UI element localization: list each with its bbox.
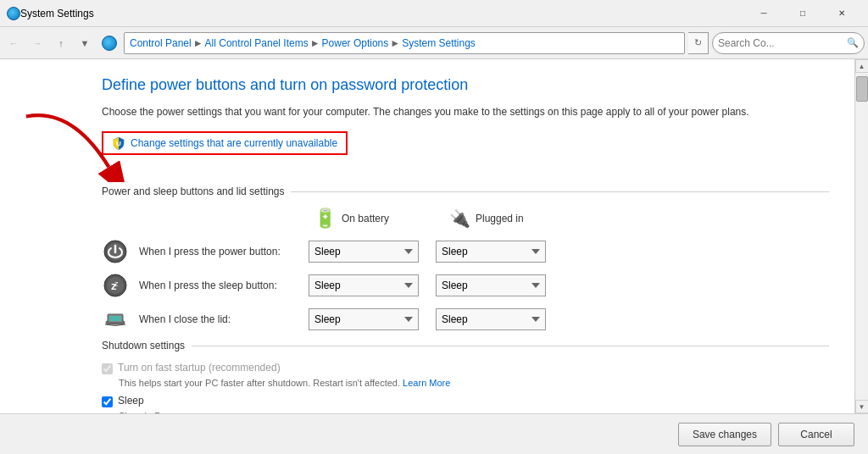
sleep-label: Sleep xyxy=(118,395,144,407)
shutdown-header: Shutdown settings xyxy=(102,340,829,352)
power-button-label: When I press the power button: xyxy=(139,246,309,257)
save-changes-button[interactable]: Save changes xyxy=(678,423,771,446)
power-table-header: 🔋 On battery 🔌 Plugged in xyxy=(102,208,829,230)
close-lid-row: When I close the lid: Sleep Do nothing H… xyxy=(102,306,829,333)
lid-icon xyxy=(102,306,129,333)
window-controls: ─ □ ✕ xyxy=(744,0,861,27)
change-settings-area: U Change settings that are currently una… xyxy=(102,131,829,170)
fast-startup-checkbox[interactable] xyxy=(102,363,113,374)
fast-startup-subtext: This helps start your PC faster after sh… xyxy=(119,378,829,388)
search-icon: 🔍 xyxy=(847,37,859,48)
content-area: Define power buttons and turn on passwor… xyxy=(0,59,854,413)
title-bar: System Settings ─ □ ✕ xyxy=(0,0,868,27)
close-lid-label: When I close the lid: xyxy=(139,313,309,325)
plugged-in-column-header: 🔌 Plugged in xyxy=(449,208,568,229)
close-button[interactable]: ✕ xyxy=(822,0,861,27)
svg-rect-10 xyxy=(109,316,121,321)
battery-icon: 🔋 xyxy=(314,208,337,230)
address-bar: ← → ↑ ▼ Control Panel ► All Control Pane… xyxy=(0,27,868,59)
path-all-items[interactable]: All Control Panel Items xyxy=(205,37,309,49)
close-lid-plugged-select[interactable]: Sleep Do nothing Hibernate Shut down Tur… xyxy=(436,308,546,330)
page-title: Define power buttons and turn on passwor… xyxy=(102,76,829,94)
on-battery-column-header: 🔋 On battery xyxy=(314,208,432,230)
sleep-button-battery-select[interactable]: Sleep Do nothing Hibernate Shut down Tur… xyxy=(309,274,419,296)
sleep-subtext: Show in Power menu. xyxy=(119,411,829,413)
plugged-in-label: Plugged in xyxy=(476,213,524,224)
app-icon xyxy=(7,7,20,20)
path-system-settings[interactable]: System Settings xyxy=(402,37,476,49)
forward-button[interactable]: → xyxy=(27,33,47,53)
window-title: System Settings xyxy=(20,8,744,19)
main-content: Define power buttons and turn on passwor… xyxy=(0,59,868,413)
fast-startup-row: Turn on fast startup (recommended) xyxy=(102,362,829,374)
sleep-button-label: When I press the sleep button: xyxy=(139,280,309,291)
plug-icon: 🔌 xyxy=(449,208,470,229)
shutdown-section: Shutdown settings Turn on fast startup (… xyxy=(102,340,829,413)
power-icon xyxy=(102,238,129,265)
location-icon xyxy=(102,36,117,51)
refresh-button[interactable]: ↻ xyxy=(688,32,709,54)
back-button[interactable]: ← xyxy=(3,33,24,53)
page-description: Choose the power settings that you want … xyxy=(102,104,829,119)
power-sleep-header: Power and sleep buttons and lid settings xyxy=(102,185,829,197)
scroll-up-arrow[interactable]: ▲ xyxy=(855,59,869,73)
power-button-row: When I press the power button: Sleep Do … xyxy=(102,238,829,265)
maximize-button[interactable]: □ xyxy=(783,0,822,27)
minimize-button[interactable]: ─ xyxy=(744,0,783,27)
change-settings-label: Change settings that are currently unava… xyxy=(131,137,337,149)
svg-text:z: z xyxy=(114,280,119,288)
sleep-button-plugged-select[interactable]: Sleep Do nothing Hibernate Shut down Tur… xyxy=(436,274,546,296)
red-arrow xyxy=(17,106,127,182)
footer: Save changes Cancel xyxy=(0,413,868,454)
scroll-down-arrow[interactable]: ▼ xyxy=(855,400,869,413)
fast-startup-learn-more[interactable]: Learn More xyxy=(403,378,450,388)
search-box[interactable]: 🔍 xyxy=(712,32,865,54)
scrollbar[interactable]: ▲ ▼ xyxy=(854,59,868,413)
sleep-icon: z z xyxy=(102,272,129,299)
sleep-button-row: z z When I press the sleep button: Sleep… xyxy=(102,272,829,299)
path-power-options[interactable]: Power Options xyxy=(322,37,389,49)
cancel-button[interactable]: Cancel xyxy=(778,423,854,446)
scroll-thumb[interactable] xyxy=(856,76,868,102)
power-button-battery-select[interactable]: Sleep Do nothing Hibernate Shut down Tur… xyxy=(309,241,419,263)
fast-startup-label: Turn on fast startup (recommended) xyxy=(118,362,281,374)
path-control-panel[interactable]: Control Panel xyxy=(130,37,192,49)
sleep-checkbox[interactable] xyxy=(102,396,113,407)
close-lid-battery-select[interactable]: Sleep Do nothing Hibernate Shut down Tur… xyxy=(309,308,419,330)
address-path[interactable]: Control Panel ► All Control Panel Items … xyxy=(124,32,685,54)
change-settings-button[interactable]: U Change settings that are currently una… xyxy=(102,131,348,155)
up-button[interactable]: ↑ xyxy=(51,33,71,53)
power-button-plugged-select[interactable]: Sleep Do nothing Hibernate Shut down Tur… xyxy=(436,241,546,263)
sleep-row: Sleep xyxy=(102,395,829,407)
search-input[interactable] xyxy=(718,37,843,49)
recent-locations-button[interactable]: ▼ xyxy=(75,33,95,53)
on-battery-label: On battery xyxy=(342,213,389,224)
